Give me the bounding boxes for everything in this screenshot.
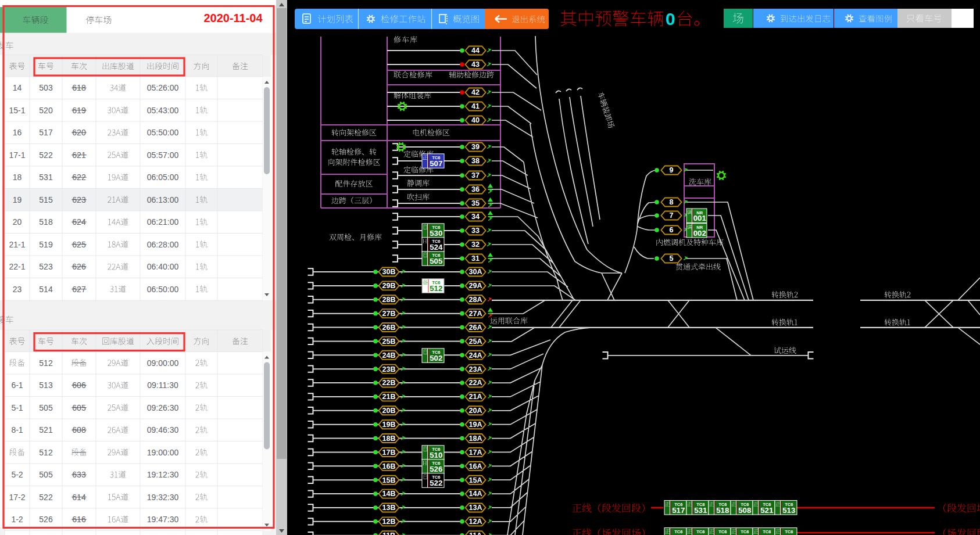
svg-text:526: 526 [430, 465, 442, 473]
svg-text:522: 522 [430, 479, 442, 487]
svg-text:521: 521 [760, 506, 773, 515]
svg-text:517: 517 [39, 128, 53, 137]
svg-text:526: 526 [39, 515, 53, 524]
svg-text:39: 39 [471, 143, 480, 151]
svg-text:531: 531 [694, 506, 707, 515]
svg-text:19B: 19B [382, 421, 396, 429]
svg-text:30B: 30B [382, 268, 396, 276]
svg-text:09:46:30: 09:46:30 [147, 425, 179, 435]
svg-text:16: 16 [13, 128, 22, 137]
svg-text:17B: 17B [382, 448, 396, 457]
svg-text:06:40:00: 06:40:00 [147, 262, 179, 271]
svg-text:37: 37 [471, 171, 480, 179]
svg-text:05:26:00: 05:26:00 [147, 83, 179, 92]
svg-text:521: 521 [39, 425, 53, 435]
svg-text:40: 40 [471, 116, 480, 124]
svg-text:26B: 26B [382, 324, 396, 332]
svg-text:25A: 25A [469, 337, 482, 346]
svg-text:531: 531 [39, 173, 53, 182]
svg-text:13B: 13B [382, 504, 396, 512]
svg-text:42: 42 [471, 88, 480, 96]
svg-text:19: 19 [13, 195, 22, 204]
svg-text:530: 530 [430, 229, 442, 238]
svg-text:8-1: 8-1 [11, 425, 23, 435]
svg-text:513: 513 [39, 380, 53, 390]
svg-text:16B: 16B [382, 462, 396, 471]
svg-text:18B: 18B [382, 435, 396, 443]
svg-text:17A: 17A [469, 448, 482, 457]
svg-text:20: 20 [13, 217, 22, 227]
svg-text:2020-11-04: 2020-11-04 [203, 12, 263, 24]
svg-text:06:50:00: 06:50:00 [147, 285, 179, 294]
svg-text:512: 512 [430, 284, 442, 293]
svg-text:0: 0 [666, 9, 675, 28]
svg-text:20A: 20A [469, 407, 482, 415]
svg-text:15A: 15A [469, 476, 482, 484]
svg-text:17-2: 17-2 [9, 493, 25, 502]
svg-text:7: 7 [670, 211, 674, 220]
svg-text:19A: 19A [469, 421, 482, 429]
svg-text:6: 6 [670, 226, 674, 234]
svg-text:29A: 29A [469, 282, 482, 290]
svg-text:503: 503 [39, 83, 53, 92]
svg-text:12B: 12B [382, 518, 396, 526]
svg-text:19:32:30: 19:32:30 [147, 493, 179, 502]
svg-text:18A: 18A [469, 435, 482, 443]
svg-text:06:28:00: 06:28:00 [147, 240, 179, 249]
svg-text:14A: 14A [469, 490, 482, 498]
svg-text:09:11:30: 09:11:30 [147, 380, 178, 390]
svg-text:36: 36 [471, 185, 480, 193]
svg-text:1-2: 1-2 [11, 515, 23, 524]
svg-text:14: 14 [13, 83, 22, 92]
svg-text:06:13:00: 06:13:00 [147, 195, 179, 204]
svg-text:522: 522 [39, 493, 53, 502]
svg-text:524: 524 [430, 243, 443, 252]
svg-text:24B: 24B [382, 351, 396, 360]
svg-text:21B: 21B [382, 393, 396, 401]
svg-text:513: 513 [782, 506, 795, 515]
svg-text:06:05:00: 06:05:00 [147, 173, 179, 182]
svg-text:518: 518 [39, 217, 53, 227]
svg-text:11B: 11B [382, 532, 395, 535]
svg-text:33: 33 [471, 227, 480, 235]
svg-text:5-1: 5-1 [11, 403, 23, 412]
svg-text:27B: 27B [382, 310, 396, 318]
svg-text:522: 522 [39, 150, 53, 160]
svg-text:24A: 24A [469, 351, 482, 360]
svg-text:519: 519 [39, 240, 53, 249]
svg-text:31: 31 [471, 254, 480, 263]
svg-text:32: 32 [471, 240, 480, 249]
svg-text:505: 505 [39, 470, 53, 479]
svg-text:508: 508 [738, 506, 751, 515]
svg-text:05:43:00: 05:43:00 [147, 106, 179, 115]
svg-text:19:47:30: 19:47:30 [147, 515, 179, 524]
svg-text:43: 43 [471, 60, 480, 69]
svg-text:09:26:30: 09:26:30 [147, 403, 179, 412]
svg-text:5-2: 5-2 [11, 470, 23, 479]
svg-text:26A: 26A [469, 324, 482, 332]
svg-text:12A: 12A [469, 518, 482, 526]
svg-text:517: 517 [672, 506, 685, 515]
svg-text:523: 523 [39, 262, 53, 271]
svg-text:14B: 14B [382, 490, 396, 498]
svg-text:19:00:00: 19:00:00 [147, 448, 179, 457]
svg-text:512: 512 [39, 358, 53, 368]
svg-text:19:12:30: 19:12:30 [147, 470, 179, 479]
svg-text:22B: 22B [382, 379, 396, 387]
svg-text:5: 5 [670, 254, 674, 263]
svg-text:27A: 27A [469, 310, 482, 318]
svg-text:23A: 23A [469, 365, 482, 374]
svg-text:502: 502 [430, 354, 442, 362]
svg-text:05:57:00: 05:57:00 [147, 150, 179, 160]
svg-text:35: 35 [471, 199, 480, 207]
svg-text:25B: 25B [382, 337, 396, 346]
svg-text:13A: 13A [469, 504, 482, 512]
svg-text:15-1: 15-1 [9, 106, 25, 115]
svg-text:38: 38 [471, 157, 480, 165]
svg-text:11A: 11A [469, 532, 482, 535]
svg-text:505: 505 [39, 403, 53, 412]
svg-text:002: 002 [693, 229, 706, 238]
svg-text:23: 23 [13, 285, 22, 294]
svg-text:21A: 21A [469, 393, 482, 401]
svg-text:17-1: 17-1 [9, 150, 25, 160]
